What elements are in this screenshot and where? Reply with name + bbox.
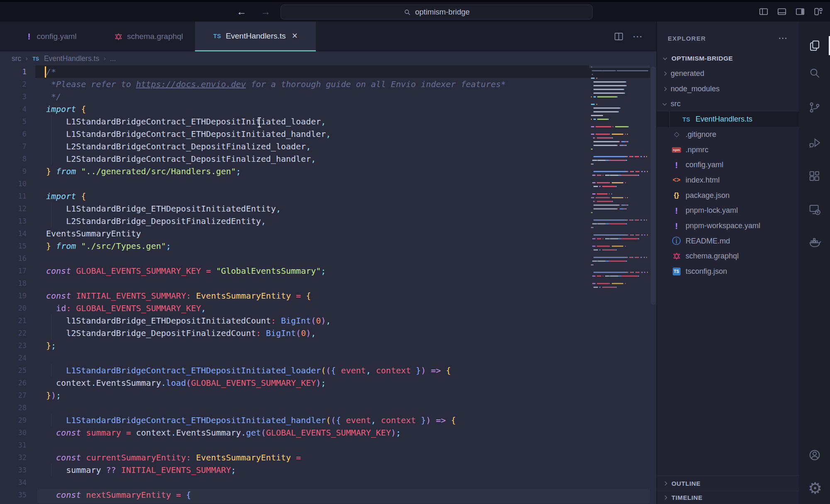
code-line[interactable]: 15} from "./src/Types.gen";	[0, 240, 650, 252]
code-line[interactable]: 7 L2StandardBridgeContract_DepositFinali…	[0, 140, 650, 153]
code-line[interactable]: 27});	[0, 389, 650, 402]
account-icon[interactable]	[808, 448, 821, 462]
code-line[interactable]: 33 summary ?? INITIAL_EVENTS_SUMMARY;	[0, 464, 650, 476]
tab-EventHandlers.ts[interactable]: TSEventHandlers.ts×	[195, 22, 316, 51]
breadcrumb-segment[interactable]: ...	[110, 54, 116, 63]
horizontal-scrollbar[interactable]	[37, 489, 650, 503]
section-timeline[interactable]: TIMELINE	[657, 491, 799, 504]
explorer-more-actions-icon[interactable]: ⋯	[778, 33, 788, 44]
settings-gear-icon[interactable]: ⚙	[808, 482, 821, 495]
search-icon[interactable]	[808, 66, 821, 80]
code-line[interactable]: 17const GLOBAL_EVENTS_SUMMARY_KEY = "Glo…	[0, 265, 650, 277]
explorer-item-pnpm-lock.yaml[interactable]: !pnpm-lock.yaml	[657, 203, 799, 218]
vertical-scrollbar[interactable]	[650, 66, 657, 504]
line-number: 20	[0, 302, 27, 314]
back-icon[interactable]: ←	[237, 6, 247, 17]
root-folder-label: OPTIMISM-BRIDGE	[671, 55, 733, 62]
breadcrumb-separator: ›	[25, 54, 28, 63]
explorer-item-schema.graphql[interactable]: schema.graphql	[657, 248, 799, 264]
line-number: 35	[0, 489, 27, 501]
explorer-item-tsconfig.json[interactable]: TStsconfig.json	[657, 264, 799, 279]
explorer-item-config.yaml[interactable]: !config.yaml	[657, 157, 799, 173]
minimap[interactable]	[589, 66, 650, 364]
source-control-icon[interactable]	[808, 101, 821, 114]
line-number: 33	[0, 464, 27, 476]
code-line[interactable]: 24	[0, 352, 650, 364]
code-line[interactable]: 34	[0, 476, 650, 489]
layout-sidebar-left-icon[interactable]	[758, 6, 769, 17]
explorer-item-label: .gitignore	[686, 130, 716, 139]
explorer-item-index.html[interactable]: <>index.html	[657, 173, 799, 188]
tab-schema.graphql[interactable]: schema.graphql	[103, 22, 195, 51]
yaml-icon: !	[26, 32, 32, 41]
code-line[interactable]: 29 L1StandardBridgeContract_ETHDepositIn…	[0, 414, 650, 426]
run-debug-icon[interactable]	[808, 136, 821, 149]
explorer-item-.gitignore[interactable]: .gitignore	[657, 127, 799, 142]
code-line[interactable]: 16	[0, 252, 650, 265]
code-line[interactable]: 9} from "../generated/src/Handlers.gen";	[0, 165, 650, 178]
code-line[interactable]: 2 *Please refer to https://docs.envio.de…	[0, 78, 650, 90]
remote-explorer-icon[interactable]	[808, 203, 821, 216]
code-line[interactable]: 3 */	[0, 90, 650, 103]
code-line[interactable]: 8 L2StandardBridgeContract_DepositFinali…	[0, 153, 650, 165]
explorer-item-src[interactable]: src	[657, 96, 799, 112]
files-icon[interactable]	[808, 39, 821, 52]
code-line[interactable]: 32 const currentSummaryEntity: EventsSum…	[0, 451, 650, 464]
code-line[interactable]: 19const INITIAL_EVENTS_SUMMARY: EventsSu…	[0, 290, 650, 302]
explorer-item-package.json[interactable]: {}package.json	[657, 188, 799, 203]
explorer-item-generated[interactable]: generated	[657, 66, 799, 81]
extensions-icon	[808, 170, 821, 183]
line-number: 24	[0, 352, 27, 364]
code-line[interactable]: 25 L1StandardBridgeContract_ETHDepositIn…	[0, 364, 650, 377]
section-outline[interactable]: OUTLINE	[657, 475, 799, 491]
explorer-item-pnpm-workspace.yaml[interactable]: !pnpm-workspace.yaml	[657, 218, 799, 234]
code-line[interactable]: 21 l1StandardBridge_ETHDepositInitiatedC…	[0, 314, 650, 327]
layout-customize-icon[interactable]	[813, 6, 824, 17]
explorer-item-EventHandlers.ts[interactable]: TSEventHandlers.ts	[657, 112, 799, 127]
code-line[interactable]: 26 context.EventsSummary.load(GLOBAL_EVE…	[0, 377, 650, 389]
explorer-item-node_modules[interactable]: node_modules	[657, 81, 799, 97]
code-line[interactable]: 20 id: GLOBAL_EVENTS_SUMMARY_KEY,	[0, 302, 650, 314]
code-line[interactable]: 23};	[0, 339, 650, 352]
code-line[interactable]: 18	[0, 277, 650, 290]
close-tab-icon[interactable]: ×	[292, 30, 298, 41]
explorer-item-label: src	[671, 100, 681, 108]
more-actions-icon[interactable]: ⋯	[632, 31, 643, 42]
code-line[interactable]: 1/*	[0, 66, 650, 78]
explorer-root-folder[interactable]: OPTIMISM-BRIDGE	[657, 51, 799, 66]
explorer-item-label: node_modules	[671, 85, 720, 93]
docker-icon[interactable]	[808, 236, 821, 249]
line-number: 16	[0, 252, 27, 265]
explorer-item-label: index.html	[686, 176, 720, 185]
code-line[interactable]: 4import {	[0, 103, 650, 115]
explorer-item-label: generated	[671, 69, 704, 78]
layout-panel-bottom-icon[interactable]	[776, 6, 788, 17]
breadcrumb-segment[interactable]: src	[12, 54, 21, 63]
explorer-item-README.md[interactable]: ⓘREADME.md	[657, 234, 799, 249]
line-number: 11	[0, 190, 27, 202]
split-editor-icon[interactable]	[613, 31, 624, 42]
command-center-search[interactable]: optimism-bridge	[281, 5, 593, 19]
breadcrumb-segment[interactable]: EventHandlers.ts	[44, 54, 99, 63]
code-line[interactable]: 6 L1StandardBridgeContract_ETHDepositIni…	[0, 128, 650, 140]
code-line[interactable]: 28	[0, 402, 650, 414]
code-editor[interactable]: 1/*2 *Please refer to https://docs.envio…	[0, 66, 657, 504]
tab-config.yaml[interactable]: !config.yaml	[0, 22, 103, 51]
line-number: 17	[0, 265, 27, 277]
section-label: OUTLINE	[671, 480, 701, 487]
line-number: 31	[0, 439, 27, 451]
code-line[interactable]: 30 const summary = context.EventsSummary…	[0, 426, 650, 439]
layout-sidebar-right-icon[interactable]	[794, 6, 806, 17]
code-line[interactable]: 12 L1StandardBridge_ETHDepositInitiatedE…	[0, 202, 650, 215]
explorer-item-.npmrc[interactable]: npm.npmrc	[657, 142, 799, 158]
code-line[interactable]: 11import {	[0, 190, 650, 202]
forward-icon[interactable]: →	[261, 6, 271, 17]
explorer-item-label: EventHandlers.ts	[696, 115, 752, 124]
code-line[interactable]: 10	[0, 178, 650, 190]
code-line[interactable]: 31	[0, 439, 650, 451]
extensions-icon[interactable]	[808, 170, 821, 183]
code-line[interactable]: 13 L2StandardBridge_DepositFinalizedEnti…	[0, 215, 650, 227]
code-line[interactable]: 14EventsSummaryEntity	[0, 227, 650, 240]
code-line[interactable]: 22 l2StandardBridge_DepositFinalizedCoun…	[0, 327, 650, 339]
code-line[interactable]: 5 L1StandardBridgeContract_ETHDepositIni…	[0, 115, 650, 128]
